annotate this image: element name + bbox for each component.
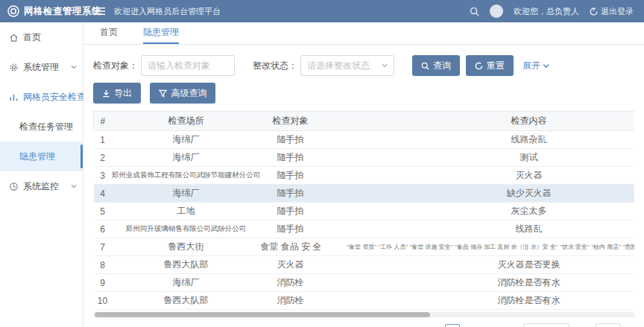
tab-label: 隐患管理 <box>143 26 179 39</box>
row-index: 7 <box>94 238 112 256</box>
export-button[interactable]: 导出 <box>93 83 141 104</box>
page-number-3[interactable]: 3 <box>475 324 490 327</box>
page-number-2[interactable]: 2 <box>460 324 475 327</box>
table-row[interactable]: 6郑州同升玻璃销售有限公司武陟分公司随手拍线路乱 <box>94 220 635 238</box>
cell-place: 海绵厂 <box>112 149 261 167</box>
status-filter-label: 整改状态： <box>253 60 297 72</box>
chevron-down-icon <box>71 183 77 189</box>
data-table-container: # 检查场所 检查对象 检查内容 1海绵厂随手拍线路杂乱2海绵厂随手拍测试3郑州… <box>93 111 634 310</box>
user-greeting: 欢迎您，总负责人 <box>514 6 579 17</box>
sidebar-item-home[interactable]: 首页 <box>0 22 83 52</box>
row-index: 2 <box>94 149 112 167</box>
cell-content: "食堂 资质" "工作 人员" "食堂 设施 安全" "食品 储存 加工 及厨 … <box>321 238 635 256</box>
table-row[interactable]: 5工地随手拍灰尘太多 <box>94 203 635 220</box>
inspection-table: # 检查场所 检查对象 检查内容 1海绵厂随手拍线路杂乱2海绵厂随手拍测试3郑州… <box>93 111 634 310</box>
page-number-4[interactable]: 4 <box>490 324 505 327</box>
tab-home[interactable]: 首页 <box>100 22 118 44</box>
welcome-text: 欢迎进入网格员后台管理平台 <box>114 6 221 17</box>
object-filter-input[interactable] <box>141 55 235 76</box>
search-icon[interactable] <box>470 7 479 16</box>
table-row[interactable]: 10鲁西大队部消防栓消防栓是否有水 <box>94 292 635 310</box>
sidebar-item-grid-check[interactable]: 网格员安全检查 <box>0 82 83 112</box>
cell-object: 随手拍 <box>261 149 321 167</box>
cell-object: 食堂 食品 安 全 <box>261 238 321 256</box>
cell-object: 消防栓 <box>261 292 321 310</box>
cell-object: 灭火器 <box>261 256 321 274</box>
tab-danger-mgmt[interactable]: 隐患管理 <box>143 22 179 44</box>
cell-content: 消防栓是否有水 <box>321 292 635 310</box>
table-row[interactable]: 1海绵厂随手拍线路杂乱 <box>94 131 635 149</box>
row-index: 6 <box>94 220 112 238</box>
refresh-icon <box>475 62 483 70</box>
chevron-down-icon <box>382 63 388 69</box>
cell-content: 测试 <box>321 149 635 167</box>
cell-place: 鲁西大街 <box>112 238 261 256</box>
cell-content: 缺少灭火器 <box>321 185 635 203</box>
sidebar-item-label: 检查任务管理 <box>19 121 73 133</box>
reset-button[interactable]: 重置 <box>466 55 514 76</box>
cell-object: 随手拍 <box>261 220 321 238</box>
app-logo-icon <box>7 5 19 17</box>
cell-object: 随手拍 <box>261 131 321 149</box>
object-filter-label: 检查对象： <box>93 60 138 72</box>
download-icon <box>102 89 110 98</box>
top-header: 网格检查管理系统 欢迎进入网格员后台管理平台 欢迎您，总负责人 退出登录 <box>0 0 644 22</box>
sidebar-item-label: 系统管理 <box>23 61 59 74</box>
tab-label: 首页 <box>100 26 118 39</box>
horizontal-scrollbar[interactable] <box>93 312 634 317</box>
sidebar-item-danger-mgmt[interactable]: 隐患管理 <box>0 142 83 171</box>
table-row[interactable]: 4海绵厂随手拍缺少灭火器 <box>94 185 635 203</box>
cell-content: 灰尘太多 <box>321 203 635 220</box>
main-area: 首页 隐患管理 检查对象： 整改状态： 请选择整改状态 <box>83 22 644 327</box>
status-filter-select[interactable]: 请选择整改状态 <box>300 55 394 76</box>
table-header-row: # 检查场所 检查对象 检查内容 <box>94 112 635 131</box>
cell-content: 灭火器是否更换 <box>321 256 635 274</box>
cell-place: 海绵厂 <box>112 131 261 149</box>
app-title: 网格检查管理系统 <box>24 5 101 18</box>
cell-object: 随手拍 <box>261 185 321 203</box>
row-index: 10 <box>94 292 112 310</box>
pagination-bar: 1-10 共35条 ‹ 1234 › 10条/页 跳至 页 <box>93 323 634 327</box>
cell-place: 鲁西大队部 <box>112 256 261 274</box>
logout-button[interactable]: 退出登录 <box>590 6 634 17</box>
column-header-object: 检查对象 <box>261 112 321 131</box>
status-select-placeholder: 请选择整改状态 <box>307 60 370 72</box>
row-index: 9 <box>94 274 112 292</box>
home-icon <box>9 33 19 42</box>
cell-object: 随手拍 <box>261 203 321 220</box>
advanced-query-label: 高级查询 <box>171 87 206 100</box>
sidebar-item-monitor[interactable]: 系统监控 <box>0 171 83 201</box>
search-button[interactable]: 查询 <box>412 55 460 76</box>
advanced-query-button[interactable]: 高级查询 <box>150 83 215 104</box>
scrollbar-thumb[interactable] <box>95 312 430 317</box>
cell-object: 消防栓 <box>261 274 321 292</box>
reset-button-label: 重置 <box>487 60 505 72</box>
row-index: 3 <box>94 167 112 185</box>
jump-page-input[interactable] <box>596 323 621 327</box>
page-number-1[interactable]: 1 <box>445 324 460 327</box>
table-row[interactable]: 9海绵厂消防栓消防栓是否有水 <box>94 274 635 292</box>
filter-row: 检查对象： 整改状态： 请选择整改状态 查询 <box>93 55 634 76</box>
chevron-down-icon <box>543 63 549 69</box>
search-button-label: 查询 <box>433 60 451 72</box>
action-button-row: 导出 高级查询 <box>93 83 634 104</box>
page-size-select[interactable]: 10条/页 <box>523 323 569 327</box>
cell-content: 灭火器 <box>321 167 635 185</box>
cell-content: 消防栓是否有水 <box>321 274 635 292</box>
expand-label: 展开 <box>523 60 540 72</box>
table-row[interactable]: 3郑州业成装饰工程有限公司武陟节能建材分公司随手拍灭火器 <box>94 167 635 185</box>
table-row[interactable]: 2海绵厂随手拍测试 <box>94 149 635 167</box>
expand-filters-link[interactable]: 展开 <box>523 60 549 72</box>
sidebar-item-task-mgmt[interactable]: 检查任务管理 <box>0 112 83 142</box>
table-row[interactable]: 8鲁西大队部灭火器灭火器是否更换 <box>94 256 635 274</box>
row-index: 5 <box>94 203 112 220</box>
sidebar-collapse-icon[interactable] <box>94 7 105 16</box>
tab-bar: 首页 隐患管理 <box>83 22 644 45</box>
sidebar-item-system[interactable]: 系统管理 <box>0 52 83 82</box>
filter-icon <box>159 89 167 98</box>
table-row[interactable]: 7鲁西大街食堂 食品 安 全"食堂 资质" "工作 人员" "食堂 设施 安全"… <box>94 238 635 256</box>
sidebar-nav: 首页 系统管理 网格员安全检查 检查任务管理 隐患管理 系统监控 <box>0 22 83 327</box>
row-index: 4 <box>94 185 112 203</box>
user-avatar[interactable] <box>490 4 503 18</box>
cell-place: 郑州业成装饰工程有限公司武陟节能建材分公司 <box>112 167 261 185</box>
